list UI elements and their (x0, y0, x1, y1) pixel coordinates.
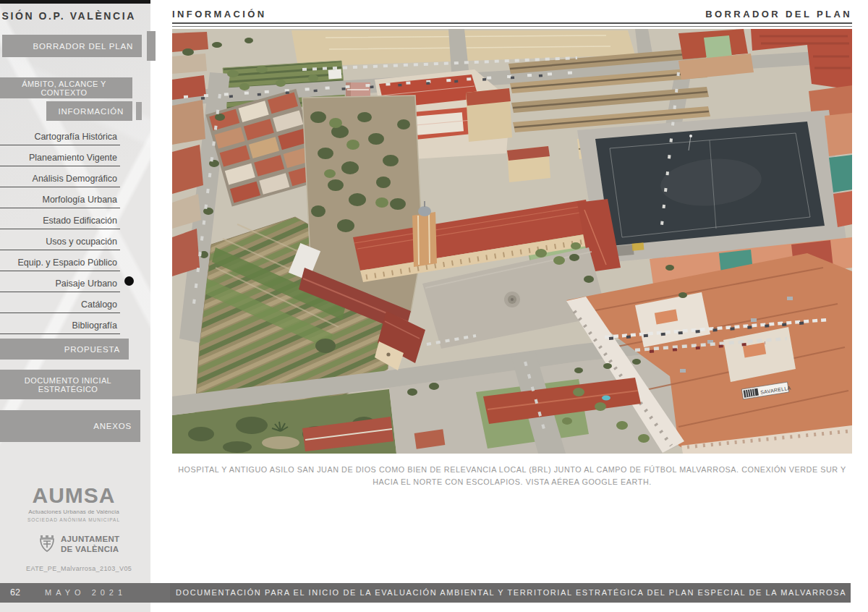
valencia-crest-icon (38, 532, 56, 555)
sidebar-item-analisis-demografico[interactable]: Análisis Demográfico (0, 166, 120, 187)
sidebar-button-documento-inicial-estrategico[interactable]: DOCUMENTO INICIAL ESTRATÉGICO (0, 370, 140, 399)
sidebar: REVISIÓN O.P. VALÈNCIA BORRADOR DEL PLAN… (0, 0, 150, 612)
subsection-marker-bar (136, 102, 142, 120)
sidebar-item-morfologia-urbana[interactable]: Morfología Urbana (0, 187, 120, 208)
ajuntament-logo-text: AJUNTAMENT DE VALÈNCIA (61, 535, 119, 555)
sidebar-item-catalogo[interactable]: Catálogo (0, 292, 120, 313)
ajuntament-line1: AJUNTAMENT (61, 535, 119, 545)
active-item-indicator-dot (124, 276, 134, 286)
sidebar-button-borrador-del-plan[interactable]: BORRADOR DEL PLAN (2, 35, 142, 57)
sidebar-button-propuesta[interactable]: PROPUESTA (0, 339, 129, 360)
footer-document-title: DOCUMENTACIÓN PARA EL INICIO DE LA EVALU… (176, 583, 846, 603)
sidebar-item-equipamiento-espacio-publico[interactable]: Equip. y Espacio Público (0, 250, 120, 271)
sidebar-button-ambito-alcance-contexto[interactable]: ÁMBITO, ALCANCE Y CONTEXTO (0, 77, 132, 98)
document-file-code: EATE_PE_Malvarrosa_2103_V05 (26, 565, 132, 572)
ajuntament-line2: DE VALÈNCIA (61, 545, 119, 555)
aerial-photo-svg: SAVARELLA (172, 29, 852, 454)
page-status-label: BORRADOR DEL PLAN (705, 9, 852, 20)
aumsa-subline: SOCIEDAD ANÓNIMA MUNICIPAL (23, 517, 124, 522)
aumsa-logo: AUMSA (26, 483, 122, 508)
sidebar-button-anexos[interactable]: ANEXOS (0, 410, 140, 442)
sidebar-item-estado-edificacion[interactable]: Estado Edificación (0, 208, 120, 229)
header-double-rule (172, 22, 852, 27)
sidebar-top-rule (0, 0, 150, 4)
sidebar-item-paisaje-urbano[interactable]: Paisaje Urbano (0, 271, 120, 292)
footer-bar: 62 MAYO 2021 DOCUMENTACIÓN PARA EL INICI… (0, 583, 851, 603)
sidebar-item-planeamiento-vigente[interactable]: Planeamiento Vigente (0, 145, 120, 166)
page-section-title: INFORMACIÓN (172, 9, 267, 20)
plan-title: REVISIÓN O.P. VALÈNCIA (0, 10, 136, 22)
document-page: REVISIÓN O.P. VALÈNCIA BORRADOR DEL PLAN… (0, 0, 868, 612)
footer-date: MAYO 2021 (45, 583, 127, 603)
aerial-photo: SAVARELLA (172, 29, 852, 454)
section-marker-bar (147, 31, 156, 61)
sidebar-item-cartografia-historica[interactable]: Cartografía Histórica (0, 124, 120, 145)
sidebar-item-bibliografia[interactable]: Bibliografía (0, 313, 120, 334)
aumsa-tagline: Actuaciones Urbanas de València (23, 509, 124, 515)
figure-caption: HOSPITAL Y ANTIGUO ASILO SAN JUAN DE DIO… (172, 464, 852, 489)
sidebar-item-usos-ocupacion[interactable]: Usos y ocupación (0, 229, 120, 250)
page-number: 62 (10, 583, 20, 603)
sidebar-button-informacion[interactable]: INFORMACIÓN (46, 101, 132, 121)
